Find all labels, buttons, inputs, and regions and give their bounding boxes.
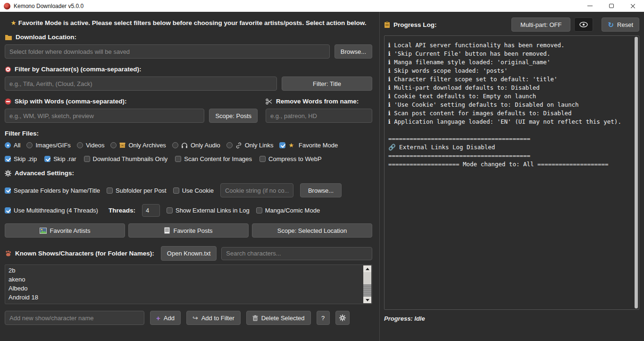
show-external-links-checkbox[interactable]: Show External Links in Log	[167, 207, 250, 214]
star-icon: ★	[11, 19, 17, 26]
radio-videos[interactable]: Videos	[77, 142, 105, 149]
log-line: ℹ Skip words scope loaded: 'posts'	[388, 67, 631, 75]
close-button[interactable]	[622, 0, 644, 12]
character-search-input[interactable]	[221, 247, 372, 260]
scroll-track[interactable]	[363, 272, 371, 297]
add-button[interactable]: + Add	[150, 311, 181, 325]
open-known-txt-button[interactable]: Open Known.txt	[161, 246, 217, 261]
character-filter-input[interactable]	[5, 77, 277, 91]
pane-splitter[interactable]	[377, 12, 382, 341]
help-button[interactable]: ?	[317, 311, 330, 325]
minimize-icon	[587, 6, 593, 6]
radio-label: Images/GIFs	[35, 142, 70, 149]
skip-scope-button[interactable]: Scope: Posts	[209, 109, 258, 123]
filter-files-label: Filter Files:	[5, 130, 372, 137]
log-line	[388, 126, 631, 135]
window-title: Kemono Downloader v5.0.0	[14, 3, 84, 9]
settings-button[interactable]	[335, 311, 350, 325]
remove-words-label: Remove Words from name:	[266, 98, 372, 105]
log-line: ℹ Multi-part download defaults to: Disab…	[388, 84, 631, 92]
gear-icon	[339, 315, 346, 321]
subfolder-per-post-checkbox[interactable]: Subfolder per Post	[107, 187, 167, 194]
checkbox-label: Manga/Comic Mode	[265, 207, 320, 214]
scan-content-checkbox[interactable]: Scan Content for Images	[175, 155, 252, 162]
browse-cookie-button[interactable]: Browse...	[300, 183, 342, 197]
radio-only-archives[interactable]: Only Archives	[110, 142, 166, 149]
add-to-filter-button[interactable]: ↪ Add to Filter	[186, 311, 241, 325]
list-item[interactable]: 2b	[8, 266, 361, 275]
checkbox-label: Scan Content for Images	[184, 155, 252, 162]
manga-mode-checkbox[interactable]: Manga/Comic Mode	[256, 207, 320, 214]
log-line: ℹ Application language loaded: 'EN' (UI …	[388, 118, 631, 126]
favorite-posts-button[interactable]: Favorite Posts	[128, 223, 249, 238]
compress-webp-checkbox[interactable]: Compress to WebP	[259, 155, 321, 162]
scroll-thumb[interactable]	[363, 272, 371, 284]
radio-only-audio[interactable]: Only Audio	[172, 142, 220, 149]
checkbox-label: Use Multithreading (4 Threads)	[14, 207, 98, 214]
skip-rar-checkbox[interactable]: Skip .rar	[44, 155, 76, 162]
checkbox-indicator	[173, 188, 179, 194]
radio-images-gifs[interactable]: Images/GIFs	[26, 142, 70, 149]
favorite-artists-label: Favorite Artists	[50, 227, 91, 234]
scroll-up-button[interactable]	[363, 265, 371, 272]
eye-toggle-button[interactable]	[574, 17, 593, 32]
checkbox-label: Skip .zip	[14, 155, 37, 162]
maximize-button[interactable]	[601, 0, 622, 12]
radio-only-links[interactable]: Only Links	[226, 142, 274, 149]
favorite-mode-checkbox[interactable]: ★ Favorite Mode	[279, 142, 338, 149]
gear-icon	[5, 170, 11, 177]
remove-words-input[interactable]	[266, 109, 372, 123]
window-controls	[579, 0, 644, 12]
skip-words-input[interactable]	[5, 109, 204, 123]
add-button-label: Add	[164, 315, 175, 322]
headphones-icon	[181, 142, 188, 148]
log-line: ℹ Manga filename style loaded: 'original…	[388, 58, 631, 67]
log-line: ℹ 'Skip Current File' button has been re…	[388, 50, 631, 58]
checkbox-label: Separate Folders by Name/Title	[14, 187, 100, 194]
radio-all[interactable]: All	[5, 142, 20, 149]
download-thumbnails-checkbox[interactable]: Download Thumbnails Only	[84, 155, 168, 162]
skip-zip-checkbox[interactable]: Skip .zip	[5, 155, 37, 162]
use-cookie-checkbox[interactable]: Use Cookie	[173, 187, 214, 194]
browse-download-button[interactable]: Browse...	[335, 44, 372, 59]
radio-label: Only Audio	[191, 142, 220, 149]
scope-selected-location-button[interactable]: Scope: Selected Location	[252, 223, 372, 238]
list-item[interactable]: Android 21	[8, 302, 361, 304]
filter-files-label-text: Filter Files:	[5, 130, 39, 137]
radio-indicator	[172, 142, 178, 148]
known-characters-list: 2b akeno Albedo Android 18 Android 21	[5, 264, 372, 304]
radio-indicator	[5, 142, 11, 148]
list-item[interactable]: Android 18	[8, 293, 361, 302]
threads-input[interactable]	[142, 204, 160, 217]
multipart-toggle-button[interactable]: Multi-part: OFF	[511, 17, 570, 32]
reset-icon: ↻	[608, 21, 614, 28]
checkbox-indicator	[84, 156, 90, 162]
favorite-artists-button[interactable]: Favorite Artists	[5, 223, 125, 238]
skip-words-label: Skip with Words (comma-separated):	[5, 98, 258, 105]
separate-folders-checkbox[interactable]: Separate Folders by Name/Title	[5, 187, 100, 194]
delete-selected-label: Delete Selected	[261, 315, 305, 322]
add-character-input[interactable]	[5, 311, 144, 325]
star-icon: ★	[288, 142, 294, 149]
close-icon	[630, 3, 636, 9]
checkbox-indicator	[259, 156, 266, 162]
checkbox-label: Use Cookie	[182, 187, 214, 194]
list-item[interactable]: akeno	[8, 275, 361, 284]
delete-selected-button[interactable]: Delete Selected	[246, 311, 311, 325]
minimize-button[interactable]	[579, 0, 601, 12]
multithreading-checkbox[interactable]: Use Multithreading (4 Threads)	[5, 207, 98, 214]
reset-button[interactable]: ↻ Reset	[602, 17, 639, 32]
list-scrollbar[interactable]	[363, 265, 371, 303]
scroll-down-button[interactable]	[363, 297, 371, 303]
app-icon	[4, 3, 10, 9]
progress-status: Progress: Idle	[384, 315, 425, 322]
log-scrollbar[interactable]	[635, 37, 638, 308]
checkbox-indicator	[167, 207, 173, 213]
checkbox-indicator	[279, 142, 285, 148]
download-location-input[interactable]	[5, 44, 330, 59]
list-item[interactable]: Albedo	[8, 284, 361, 293]
remove-words-label-text: Remove Words from name:	[276, 98, 359, 105]
notice-text: Favorite Mode is active. Please select f…	[18, 19, 367, 26]
cookie-string-input[interactable]	[220, 183, 293, 197]
filter-scope-button[interactable]: Filter: Title	[282, 77, 372, 91]
